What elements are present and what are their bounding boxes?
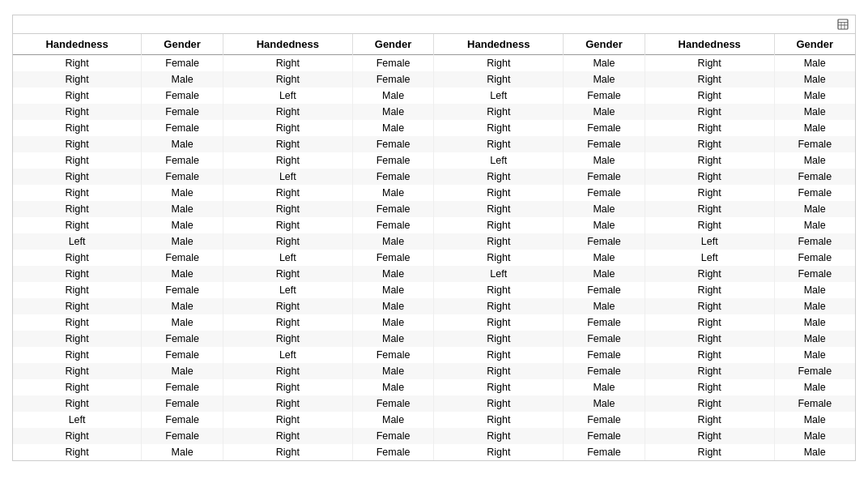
cell-r0-c5: Male [564, 55, 645, 72]
cell-r6-c4: Left [434, 152, 564, 169]
cell-r20-c3: Male [352, 379, 434, 395]
col-header-2: Handedness [223, 34, 353, 55]
cell-r5-c7: Female [774, 136, 855, 152]
table-row: RightFemaleRightFemaleLeftMaleRightMale [13, 152, 855, 169]
cell-r22-c6: Right [645, 412, 774, 428]
cell-r8-c2: Right [223, 185, 353, 201]
cell-r20-c0: Right [13, 379, 142, 395]
cell-r7-c2: Left [223, 169, 353, 185]
cell-r14-c3: Male [352, 282, 434, 298]
cell-r6-c1: Female [142, 152, 223, 169]
cell-r15-c4: Right [434, 298, 564, 314]
table-row: RightFemaleLeftMaleLeftFemaleRightMale [13, 88, 855, 104]
table-row: LeftMaleRightMaleRightFemaleLeftFemale [13, 233, 855, 250]
cell-r1-c3: Female [352, 71, 434, 88]
cell-r15-c1: Male [142, 298, 223, 314]
cell-r8-c3: Male [352, 185, 434, 201]
cell-r10-c6: Right [645, 217, 774, 233]
cell-r18-c2: Left [223, 347, 353, 363]
cell-r4-c2: Right [223, 120, 353, 136]
table-row: RightMaleRightFemaleRightMaleRightMale [13, 71, 855, 88]
cell-r17-c4: Right [434, 331, 564, 347]
cell-r22-c2: Right [223, 412, 353, 428]
cell-r14-c6: Right [645, 282, 774, 298]
cell-r7-c6: Right [645, 169, 774, 185]
cell-r7-c0: Right [13, 169, 142, 185]
table-row: RightFemaleLeftFemaleRightFemaleRightMal… [13, 347, 855, 363]
cell-r17-c2: Right [223, 331, 353, 347]
cell-r18-c4: Right [434, 347, 564, 363]
cell-r24-c3: Female [352, 444, 434, 460]
cell-r23-c6: Right [645, 428, 774, 444]
cell-r24-c4: Right [434, 444, 564, 460]
cell-r14-c0: Right [13, 282, 142, 298]
cell-r3-c5: Male [564, 104, 645, 120]
cell-r8-c6: Right [645, 185, 774, 201]
cell-r13-c6: Right [645, 266, 774, 282]
cell-r21-c6: Right [645, 395, 774, 412]
cell-r9-c3: Female [352, 201, 434, 217]
cell-r12-c6: Left [645, 250, 774, 266]
cell-r1-c4: Right [434, 71, 564, 88]
cell-r22-c3: Male [352, 412, 434, 428]
cell-r23-c0: Right [13, 428, 142, 444]
cell-r23-c3: Female [352, 428, 434, 444]
cell-r4-c6: Right [645, 120, 774, 136]
cell-r7-c1: Female [142, 169, 223, 185]
cell-r13-c5: Male [564, 266, 645, 282]
cell-r17-c1: Female [142, 331, 223, 347]
cell-r13-c7: Female [774, 266, 855, 282]
cell-r16-c3: Male [352, 314, 434, 331]
cell-r6-c6: Right [645, 152, 774, 169]
cell-r0-c7: Male [774, 55, 855, 72]
cell-r8-c5: Female [564, 185, 645, 201]
table-icon[interactable] [837, 19, 849, 30]
cell-r22-c7: Male [774, 412, 855, 428]
cell-r17-c0: Right [13, 331, 142, 347]
cell-r22-c1: Female [142, 412, 223, 428]
cell-r0-c0: Right [13, 55, 142, 72]
table-row: RightMaleRightFemaleRightMaleRightMale [13, 217, 855, 233]
cell-r10-c0: Right [13, 217, 142, 233]
table-header-row: HandednessGenderHandednessGenderHandedne… [13, 34, 855, 55]
cell-r12-c5: Male [564, 250, 645, 266]
table-row: RightFemaleRightFemaleRightFemaleRightMa… [13, 428, 855, 444]
cell-r20-c7: Male [774, 379, 855, 395]
cell-r0-c3: Female [352, 55, 434, 72]
cell-r6-c2: Right [223, 152, 353, 169]
cell-r19-c1: Male [142, 363, 223, 379]
cell-r11-c7: Female [774, 233, 855, 250]
cell-r3-c4: Right [434, 104, 564, 120]
cell-r6-c3: Female [352, 152, 434, 169]
cell-r3-c7: Male [774, 104, 855, 120]
col-header-5: Gender [564, 34, 645, 55]
cell-r15-c7: Male [774, 298, 855, 314]
cell-r2-c0: Right [13, 88, 142, 104]
cell-r1-c5: Male [564, 71, 645, 88]
cell-r20-c4: Right [434, 379, 564, 395]
cell-r2-c1: Female [142, 88, 223, 104]
table-row: RightFemaleLeftFemaleRightMaleLeftFemale [13, 250, 855, 266]
page-title [0, 0, 868, 15]
cell-r23-c5: Female [564, 428, 645, 444]
cell-r17-c5: Female [564, 331, 645, 347]
cell-r6-c5: Male [564, 152, 645, 169]
cell-r2-c6: Right [645, 88, 774, 104]
cell-r4-c1: Female [142, 120, 223, 136]
cell-r0-c4: Right [434, 55, 564, 72]
cell-r20-c2: Right [223, 379, 353, 395]
table-row: RightMaleRightFemaleRightMaleRightMale [13, 201, 855, 217]
cell-r19-c6: Right [645, 363, 774, 379]
table-row: RightFemaleRightMaleRightMaleRightMale [13, 104, 855, 120]
table-row: RightMaleRightMaleRightFemaleRightFemale [13, 363, 855, 379]
table-row: RightMaleRightFemaleRightFemaleRightMale [13, 444, 855, 460]
cell-r12-c4: Right [434, 250, 564, 266]
cell-r21-c2: Right [223, 395, 353, 412]
col-header-1: Gender [142, 34, 223, 55]
cell-r14-c1: Female [142, 282, 223, 298]
cell-r21-c1: Female [142, 395, 223, 412]
cell-r14-c4: Right [434, 282, 564, 298]
cell-r9-c2: Right [223, 201, 353, 217]
cell-r4-c4: Right [434, 120, 564, 136]
cell-r17-c6: Right [645, 331, 774, 347]
